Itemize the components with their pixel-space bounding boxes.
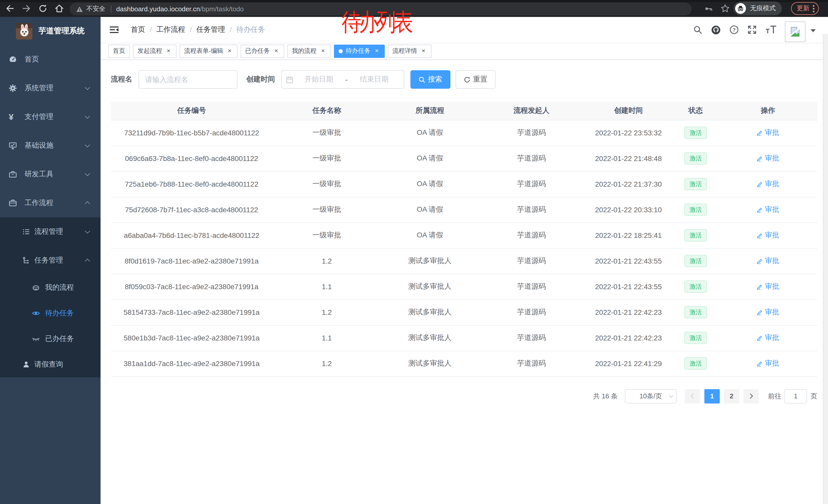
approve-link[interactable]: 审批 xyxy=(757,282,779,291)
annotation-overlay-text: 待办列表 xyxy=(342,6,411,39)
status-badge: 激活 xyxy=(685,178,707,190)
cell-create-time: 2022-01-21 22:42:23 xyxy=(584,300,672,325)
date-start-placeholder[interactable]: 开始日期 xyxy=(293,75,344,84)
col-status: 状态 xyxy=(672,101,719,120)
breadcrumb-task-mgmt[interactable]: 任务管理 xyxy=(197,25,225,34)
incognito-badge: 无痕模式 xyxy=(734,2,782,15)
reset-button[interactable]: 重置 xyxy=(456,70,496,89)
browser-back-icon[interactable] xyxy=(5,4,15,13)
approve-link[interactable]: 审批 xyxy=(757,179,779,189)
browser-menu-dots-icon[interactable] xyxy=(813,4,815,12)
sidebar-item-todo-task[interactable]: 待办任务 xyxy=(0,301,100,326)
approve-link[interactable]: 审批 xyxy=(757,231,779,240)
goto-page-input[interactable] xyxy=(784,389,807,403)
search-button[interactable]: 搜索 xyxy=(410,70,450,89)
date-end-placeholder[interactable]: 结束日期 xyxy=(349,75,400,84)
chevron-right-icon xyxy=(748,394,753,399)
sidebar-item-home[interactable]: 首页 xyxy=(0,45,100,74)
cell-task-id: 8f059c03-7ac8-11ec-a9e2-a2380e71991a xyxy=(111,274,273,300)
next-page-button[interactable] xyxy=(743,389,759,403)
prev-page-button[interactable] xyxy=(685,389,700,403)
col-task-id: 任务编号 xyxy=(111,101,273,120)
chevron-left-icon xyxy=(691,394,696,399)
top-navbar: 首页 / 工作流程 / 任务管理 / 待办任务 ? xyxy=(100,17,828,43)
cell-create-time: 2022-01-21 22:43:55 xyxy=(584,248,672,274)
sidebar-item-system[interactable]: 系统管理 xyxy=(0,74,100,102)
url-host[interactable]: dashboard.yudao.iocoder.cn xyxy=(116,5,200,13)
tab-home[interactable]: 首页 xyxy=(108,44,130,58)
table-row: 069c6a63-7b8a-11ec-8ef0-acde48001122 一级审… xyxy=(111,146,817,171)
close-icon[interactable] xyxy=(273,48,280,54)
edit-pencil-icon xyxy=(757,155,763,162)
not-secure-warning-icon xyxy=(76,5,83,12)
edit-pencil-icon xyxy=(757,181,763,187)
sidebar-item-my-process[interactable]: 我的流程 xyxy=(0,275,100,301)
approve-link[interactable]: 审批 xyxy=(757,359,779,368)
sidebar-item-leave-query[interactable]: 请假查询 xyxy=(0,352,100,377)
browser-home-icon[interactable] xyxy=(54,4,64,13)
approve-link[interactable]: 审批 xyxy=(757,333,779,342)
chevron-up-icon xyxy=(85,259,90,264)
sidebar-item-infra[interactable]: 基础设施 xyxy=(0,131,100,160)
sidebar-fold-icon[interactable] xyxy=(109,25,119,34)
person-icon xyxy=(22,360,30,369)
page-button-2[interactable]: 2 xyxy=(724,389,739,403)
gear-icon xyxy=(9,84,17,92)
browser-update-button[interactable]: 更新 xyxy=(791,2,819,15)
close-icon[interactable] xyxy=(420,48,427,54)
sidebar-item-workflow[interactable]: 工作流程 xyxy=(0,189,100,217)
url-path[interactable]: /bpm/task/todo xyxy=(200,5,244,13)
sidebar-item-payment[interactable]: ¥ 支付管理 xyxy=(0,102,100,131)
close-icon[interactable] xyxy=(373,48,380,54)
password-key-icon[interactable] xyxy=(704,4,713,13)
tags-view-bar: 首页 发起流程 流程表单-编辑 已办任务 我的流程 待办任务 流程详情 xyxy=(100,43,828,60)
tab-start-process[interactable]: 发起流程 xyxy=(133,44,176,58)
browser-reload-icon[interactable] xyxy=(38,4,48,13)
header-search-icon[interactable] xyxy=(693,25,702,34)
approve-link[interactable]: 审批 xyxy=(757,205,779,214)
close-icon[interactable] xyxy=(320,48,326,54)
security-label[interactable]: 不安全 xyxy=(86,5,106,13)
tab-form-edit[interactable]: 流程表单-编辑 xyxy=(179,44,238,58)
cell-process: OA 请假 xyxy=(381,146,479,171)
approve-link[interactable]: 审批 xyxy=(757,308,779,317)
process-name-input[interactable] xyxy=(138,70,238,89)
cell-starter: 芋道源码 xyxy=(479,223,584,248)
github-icon[interactable] xyxy=(711,25,721,35)
tab-todo-task[interactable]: 待办任务 xyxy=(334,44,385,58)
approve-link[interactable]: 审批 xyxy=(757,128,779,137)
date-range-picker[interactable]: 开始日期 - 结束日期 xyxy=(281,70,404,89)
page-size-select[interactable]: 10条/页 xyxy=(625,389,677,403)
sidebar-item-devtools[interactable]: 研发工具 xyxy=(0,160,100,189)
breadcrumb-workflow[interactable]: 工作流程 xyxy=(157,25,185,34)
tab-process-detail[interactable]: 流程详情 xyxy=(388,44,431,58)
tab-my-process[interactable]: 我的流程 xyxy=(287,44,331,58)
help-icon[interactable]: ? xyxy=(730,25,739,34)
close-icon[interactable] xyxy=(226,48,233,54)
avatar-caret-icon[interactable] xyxy=(811,29,816,32)
browser-forward-icon[interactable] xyxy=(22,4,31,13)
bookmark-star-icon[interactable] xyxy=(720,4,730,13)
window-scrollbar[interactable] xyxy=(823,34,828,504)
sidebar-item-task-mgmt[interactable]: 任务管理 xyxy=(0,246,100,275)
breadcrumb-home[interactable]: 首页 xyxy=(131,25,145,34)
font-size-icon[interactable] xyxy=(765,25,777,34)
approve-link[interactable]: 审批 xyxy=(757,256,779,266)
table-row: 58154733-7ac8-11ec-a9e2-a2380e71991a 1.2… xyxy=(111,300,817,325)
close-icon[interactable] xyxy=(165,48,172,54)
search-icon xyxy=(419,76,425,83)
approve-link[interactable]: 审批 xyxy=(757,154,779,163)
cell-starter: 芋道源码 xyxy=(479,146,584,171)
cell-create-time: 2022-01-21 22:42:23 xyxy=(584,325,672,351)
app-logo-row[interactable]: 芋道管理系统 xyxy=(0,17,100,45)
org-tree-icon xyxy=(22,256,30,265)
cell-create-time: 2022-01-22 21:37:30 xyxy=(584,171,672,197)
page-button-1[interactable]: 1 xyxy=(704,389,720,403)
cell-starter: 芋道源码 xyxy=(479,300,584,325)
sidebar-item-done-task[interactable]: 已办任务 xyxy=(0,326,100,352)
tab-done-task[interactable]: 已办任务 xyxy=(241,44,284,58)
sidebar-item-process-mgmt[interactable]: 流程管理 xyxy=(0,217,100,246)
avatar[interactable] xyxy=(785,21,805,42)
fullscreen-icon[interactable] xyxy=(747,25,757,34)
app-logo xyxy=(16,23,32,39)
